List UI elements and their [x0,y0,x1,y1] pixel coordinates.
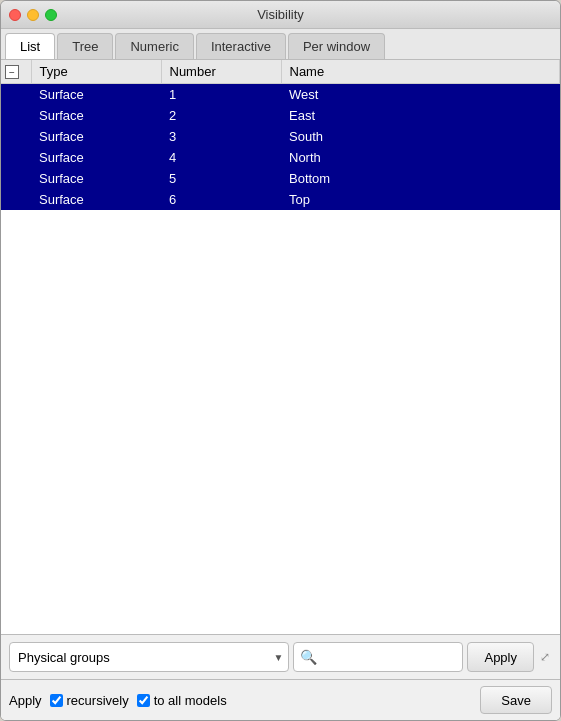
row-name: West [281,84,560,106]
col-header-number: Number [161,60,281,84]
data-table: − Type Number Name Surface 1 West Surfac… [1,60,560,210]
row-type: Surface [31,189,161,210]
search-box: 🔍 [293,642,463,672]
tab-numeric[interactable]: Numeric [115,33,193,59]
col-header-name: Name [281,60,560,84]
table-header-icon[interactable]: − [1,60,31,84]
to-all-models-label[interactable]: to all models [137,693,227,708]
row-number: 6 [161,189,281,210]
main-window: Visibility List Tree Numeric Interactive… [0,0,561,721]
bottom-left: Apply recursively to all models [9,693,480,708]
apply-button[interactable]: Apply [467,642,534,672]
row-name: South [281,126,560,147]
tab-per-window[interactable]: Per window [288,33,385,59]
row-name: East [281,105,560,126]
row-number: 4 [161,147,281,168]
row-name: North [281,147,560,168]
tab-list[interactable]: List [5,33,55,59]
row-icon [1,105,31,126]
row-type: Surface [31,147,161,168]
dropdown-wrapper: Physical groupsElementary entitiesAll ▼ [9,642,289,672]
resize-icon[interactable]: ⤢ [538,648,552,666]
row-type: Surface [31,105,161,126]
content-area: − Type Number Name Surface 1 West Surfac… [1,60,560,720]
table-container: − Type Number Name Surface 1 West Surfac… [1,60,560,634]
maximize-button[interactable] [45,9,57,21]
traffic-lights [9,9,57,21]
row-icon [1,126,31,147]
row-icon [1,168,31,189]
save-button[interactable]: Save [480,686,552,714]
search-icon: 🔍 [300,649,317,665]
search-input[interactable] [321,650,489,665]
tab-interactive[interactable]: Interactive [196,33,286,59]
col-header-type: Type [31,60,161,84]
window-title: Visibility [257,7,304,22]
table-row[interactable]: Surface 2 East [1,105,560,126]
recursively-label[interactable]: recursively [50,693,129,708]
physical-groups-dropdown[interactable]: Physical groupsElementary entitiesAll [9,642,289,672]
row-name: Bottom [281,168,560,189]
bottom-bar: Apply recursively to all models Save [1,680,560,720]
table-row[interactable]: Surface 5 Bottom [1,168,560,189]
tab-bar: List Tree Numeric Interactive Per window [1,29,560,60]
title-bar: Visibility [1,1,560,29]
row-icon [1,84,31,106]
row-type: Surface [31,126,161,147]
row-number: 3 [161,126,281,147]
minimize-button[interactable] [27,9,39,21]
to-all-models-checkbox[interactable] [137,694,150,707]
collapse-icon[interactable]: − [5,65,19,79]
tab-tree[interactable]: Tree [57,33,113,59]
close-button[interactable] [9,9,21,21]
recursively-checkbox[interactable] [50,694,63,707]
row-name: Top [281,189,560,210]
row-number: 5 [161,168,281,189]
bottom-controls: Physical groupsElementary entitiesAll ▼ … [1,634,560,720]
table-row[interactable]: Surface 3 South [1,126,560,147]
apply-label: Apply [9,693,42,708]
row-icon [1,189,31,210]
row-type: Surface [31,84,161,106]
row-type: Surface [31,168,161,189]
table-row[interactable]: Surface 1 West [1,84,560,106]
filter-bar: Physical groupsElementary entitiesAll ▼ … [1,635,560,680]
table-row[interactable]: Surface 6 Top [1,189,560,210]
row-number: 1 [161,84,281,106]
row-icon [1,147,31,168]
table-row[interactable]: Surface 4 North [1,147,560,168]
row-number: 2 [161,105,281,126]
